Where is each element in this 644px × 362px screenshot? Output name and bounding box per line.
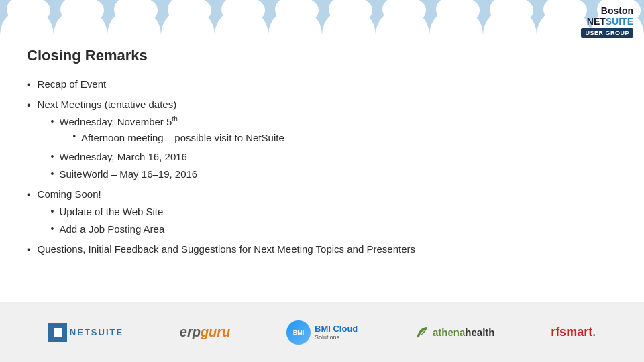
bullet-list: Recap of Event Next Meetings (tentative …	[27, 76, 617, 258]
list-item-text: Next Meetings (tentative dates)	[38, 99, 177, 110]
footer-logo-erpguru: erpguru	[180, 324, 231, 340]
sub-list-item: Add a Job Posting Area	[51, 221, 165, 237]
netsuite-icon-inner	[54, 328, 62, 337]
bmi-text-block: BMI Cloud Solutions	[315, 324, 358, 341]
leaf-icon	[414, 324, 430, 341]
bmi-cloud-logo: BMI BMI Cloud Solutions	[286, 320, 358, 345]
main-content: Closing Remarks Recap of Event Next Meet…	[0, 35, 644, 302]
erp-text: erp	[180, 324, 201, 339]
rfsmart-dot: .	[592, 325, 596, 339]
health-part: health	[465, 326, 494, 338]
boston-text: Boston	[601, 5, 633, 16]
erpguru-logo: erpguru	[180, 324, 231, 340]
list-item-content: Coming Soon! Update of the Web Site Add …	[38, 186, 165, 239]
sub-item-content: Wednesday, November 5th Afternoon meetin…	[60, 114, 284, 147]
footer-logo-rfsmart: rfsmart.	[551, 325, 596, 339]
cloud-decoration	[0, 8, 644, 35]
footer-logo-bmi: BMI BMI Cloud Solutions	[286, 320, 358, 345]
bmi-main-text: BMI Cloud	[315, 324, 358, 334]
sub-list: Wednesday, November 5th Afternoon meetin…	[38, 114, 284, 182]
sub-sub-item-text: Afternoon meeting – possible visit to Ne…	[81, 130, 284, 146]
sub-item-text: Wednesday, November 5th	[60, 116, 178, 127]
list-item: Next Meetings (tentative dates) Wednesda…	[27, 97, 617, 184]
list-item-text: Coming Soon!	[38, 188, 101, 200]
list-item: Coming Soon! Update of the Web Site Add …	[27, 186, 617, 239]
netsuite-logo: NETSUITE	[48, 323, 123, 342]
sub-item-text: Wednesday, March 16, 2016	[60, 149, 187, 165]
brand-logo: Boston NETSUITE USER GROUP	[581, 5, 633, 38]
sub-item-text: Add a Job Posting Area	[60, 221, 165, 237]
bmi-icon: BMI	[286, 320, 311, 345]
sub-list-item: Wednesday, November 5th Afternoon meetin…	[51, 114, 284, 147]
athenahealth-logo: athenahealth	[414, 324, 495, 341]
footer-logo-netsuite: NETSUITE	[48, 323, 123, 342]
netsuite-label: NETSUITE	[70, 327, 123, 337]
page-title: Closing Remarks	[27, 47, 617, 64]
guru-text: guru	[201, 324, 230, 339]
sub-sub-list: Afternoon meeting – possible visit to Ne…	[60, 130, 284, 146]
rfsmart-logo: rfsmart.	[551, 325, 596, 339]
sub-list-item: Update of the Web Site	[51, 204, 165, 220]
sub-sub-list-item: Afternoon meeting – possible visit to Ne…	[73, 130, 284, 146]
netsuite-brand-text: NETSUITE	[587, 16, 633, 27]
list-item-text: Questions, Initial Feedback and Suggesti…	[38, 241, 415, 257]
footer-logo-athena: athenahealth	[414, 324, 495, 341]
footer: NETSUITE erpguru BMI BMI Cloud Solutions…	[0, 302, 644, 362]
rfsmart-text: rfsmart	[551, 325, 592, 339]
list-item: Questions, Initial Feedback and Suggesti…	[27, 241, 617, 259]
athenahealth-text: athenahealth	[433, 326, 495, 338]
sub-list-item: Wednesday, March 16, 2016	[51, 149, 284, 165]
netsuite-icon	[48, 323, 67, 342]
top-banner	[0, 0, 644, 35]
sub-item-text: Update of the Web Site	[60, 204, 164, 220]
list-item-text: Recap of Event	[38, 76, 107, 93]
list-item: Recap of Event	[27, 76, 617, 94]
sub-list-item: SuiteWorld – May 16–19, 2016	[51, 166, 284, 182]
sub-list: Update of the Web Site Add a Job Posting…	[38, 204, 165, 237]
netsuite-text-block: NETSUITE	[70, 327, 123, 337]
user-group-badge: USER GROUP	[581, 28, 633, 38]
athena-part: athena	[433, 326, 465, 338]
list-item-content: Next Meetings (tentative dates) Wednesda…	[38, 97, 284, 184]
sub-item-text: SuiteWorld – May 16–19, 2016	[60, 166, 198, 182]
bmi-sub-text: Solutions	[315, 334, 358, 341]
